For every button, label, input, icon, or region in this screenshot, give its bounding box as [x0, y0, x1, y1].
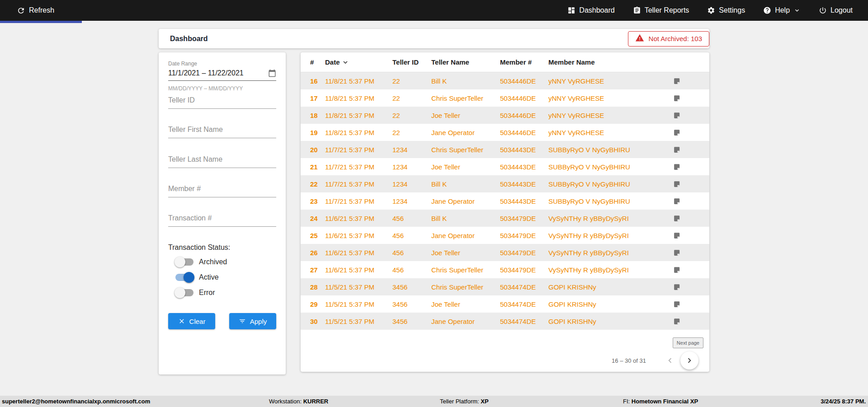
- page-header-card: Dashboard Not Archived: 103: [159, 29, 709, 48]
- row-number: 30: [310, 318, 325, 325]
- archived-toggle[interactable]: [175, 257, 193, 267]
- table-row[interactable]: 22 11/7/21 5:37 PM 1234 Bill K 5034443DE…: [301, 175, 709, 192]
- nav-help[interactable]: Help: [763, 6, 801, 14]
- previous-page-button[interactable]: [665, 356, 675, 365]
- row-teller-name: Bill K: [431, 180, 500, 188]
- table-row[interactable]: 19 11/8/21 5:37 PM 22 Jane Operator 5034…: [301, 124, 709, 141]
- note-icon[interactable]: [673, 232, 709, 239]
- fi-label: FI:: [623, 398, 630, 405]
- date-range-field[interactable]: 11/1/2021 – 11/22/2021: [168, 69, 276, 81]
- row-member-name: yNNY VyRGHESE: [548, 112, 673, 119]
- nav-logout-label: Logout: [830, 6, 853, 14]
- teller-last-name-input[interactable]: [168, 154, 276, 168]
- row-member-number: 5034446DE: [500, 112, 548, 119]
- table-body: 16 11/8/21 5:37 PM 22 Bill K 5034446DE y…: [301, 72, 709, 330]
- table-row[interactable]: 26 11/6/21 5:37 PM 456 Joe Teller 503447…: [301, 244, 709, 261]
- warning-icon: [635, 33, 644, 44]
- row-date: 11/8/21 5:37 PM: [325, 112, 392, 119]
- nav-settings[interactable]: Settings: [707, 6, 745, 14]
- table-row[interactable]: 30 11/5/21 5:37 PM 3456 Jane Operator 50…: [301, 313, 709, 330]
- active-toggle[interactable]: [175, 272, 193, 283]
- row-member-name: GOPI KRISHNy: [548, 283, 673, 291]
- next-page-button[interactable]: [680, 351, 698, 370]
- active-toggle-label: Active: [199, 273, 219, 281]
- row-teller-id: 3456: [392, 318, 431, 325]
- nav-dashboard[interactable]: Dashboard: [567, 6, 614, 14]
- row-number: 27: [310, 266, 325, 274]
- table-row[interactable]: 23 11/7/21 5:37 PM 1234 Jane Operator 50…: [301, 192, 709, 210]
- nav-help-label: Help: [775, 6, 790, 14]
- row-date: 11/8/21 5:37 PM: [325, 77, 392, 85]
- transaction-number-input[interactable]: [168, 213, 276, 227]
- row-teller-id: 456: [392, 215, 431, 222]
- row-teller-id: 456: [392, 249, 431, 257]
- refresh-button[interactable]: Refresh: [17, 6, 54, 15]
- note-icon[interactable]: [673, 180, 709, 188]
- nav-logout[interactable]: Logout: [819, 6, 853, 14]
- logged-in-user: superteller2@hometownfinancialxp.onmicro…: [2, 396, 150, 407]
- table-row[interactable]: 25 11/6/21 5:37 PM 456 Jane Operator 503…: [301, 227, 709, 244]
- nav-teller-reports[interactable]: Teller Reports: [633, 6, 689, 14]
- note-icon[interactable]: [673, 129, 709, 136]
- row-teller-name: Joe Teller: [431, 163, 500, 171]
- active-tab-indicator: [0, 21, 82, 23]
- row-teller-id: 456: [392, 266, 431, 274]
- note-icon[interactable]: [673, 163, 709, 171]
- table-row[interactable]: 20 11/7/21 5:37 PM 1234 Chris SuperTelle…: [301, 141, 709, 158]
- calendar-icon[interactable]: [268, 69, 276, 77]
- toggle-row-active: Active: [175, 272, 276, 283]
- row-date: 11/7/21 5:37 PM: [325, 180, 392, 188]
- row-number: 29: [310, 300, 325, 308]
- note-icon[interactable]: [673, 318, 709, 325]
- table-row[interactable]: 16 11/8/21 5:37 PM 22 Bill K 5034446DE y…: [301, 72, 709, 89]
- note-icon[interactable]: [673, 300, 709, 308]
- row-number: 16: [310, 77, 325, 85]
- note-icon[interactable]: [673, 249, 709, 257]
- error-toggle-label: Error: [199, 289, 215, 297]
- row-date: 11/6/21 5:37 PM: [325, 249, 392, 257]
- row-member-number: 5034443DE: [500, 163, 548, 171]
- note-icon[interactable]: [673, 283, 709, 291]
- note-icon[interactable]: [673, 77, 709, 85]
- note-icon[interactable]: [673, 146, 709, 154]
- row-teller-id: 1234: [392, 180, 431, 188]
- table-row[interactable]: 28 11/5/21 5:37 PM 3456 Chris SuperTelle…: [301, 278, 709, 295]
- col-teller-name: Teller Name: [431, 58, 500, 66]
- row-date: 11/7/21 5:37 PM: [325, 163, 392, 171]
- row-number: 23: [310, 197, 325, 205]
- apply-button[interactable]: Apply: [229, 313, 276, 329]
- note-icon[interactable]: [673, 266, 709, 274]
- clear-button[interactable]: Clear: [168, 313, 215, 329]
- row-number: 19: [310, 129, 325, 136]
- note-icon[interactable]: [673, 112, 709, 119]
- row-teller-name: Jane Operator: [431, 232, 500, 239]
- financial-institution-info: FI: Hometown Financial XP: [623, 396, 698, 407]
- row-member-name: yNNY VyRGHESE: [548, 94, 673, 102]
- table-row[interactable]: 17 11/8/21 5:37 PM 22 Chris SuperTeller …: [301, 89, 709, 107]
- table-row[interactable]: 18 11/8/21 5:37 PM 22 Joe Teller 5034446…: [301, 107, 709, 124]
- row-member-number: 5034474DE: [500, 283, 548, 291]
- note-icon[interactable]: [673, 197, 709, 205]
- table-row[interactable]: 29 11/5/21 5:37 PM 3456 Joe Teller 50344…: [301, 295, 709, 313]
- teller-id-input[interactable]: [168, 95, 276, 109]
- error-toggle[interactable]: [175, 287, 193, 298]
- note-icon[interactable]: [673, 94, 709, 102]
- row-number: 20: [310, 146, 325, 154]
- table-row[interactable]: 24 11/6/21 5:37 PM 456 Bill K 5034479DE …: [301, 210, 709, 227]
- nav-settings-label: Settings: [719, 6, 745, 14]
- table-row[interactable]: 21 11/7/21 5:37 PM 1234 Joe Teller 50344…: [301, 158, 709, 175]
- row-number: 18: [310, 112, 325, 119]
- filter-icon: [239, 318, 246, 325]
- help-icon: [763, 6, 771, 14]
- transaction-status-label: Transaction Status:: [168, 243, 276, 252]
- member-number-input[interactable]: [168, 184, 276, 197]
- row-teller-name: Chris SuperTeller: [431, 283, 500, 291]
- col-date-sort[interactable]: Date: [325, 58, 392, 66]
- row-number: 28: [310, 283, 325, 291]
- teller-first-name-input[interactable]: [168, 125, 276, 138]
- current-datetime: 3/24/25 8:37 PM.: [821, 396, 866, 407]
- note-icon[interactable]: [673, 215, 709, 222]
- toggle-row-archived: Archived: [175, 257, 276, 267]
- not-archived-badge[interactable]: Not Archived: 103: [628, 31, 709, 47]
- table-row[interactable]: 27 11/6/21 5:37 PM 456 Chris SuperTeller…: [301, 261, 709, 278]
